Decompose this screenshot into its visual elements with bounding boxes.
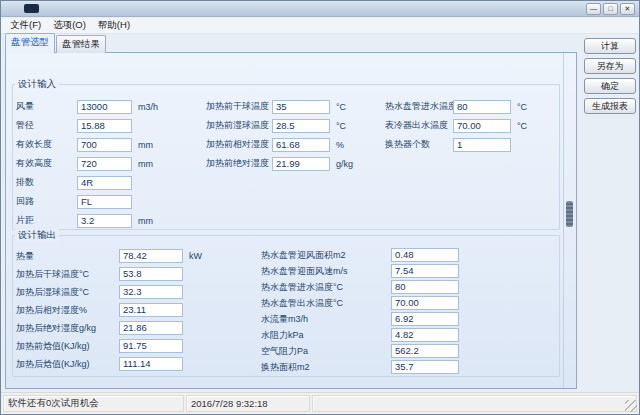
- calculate-button[interactable]: 计算: [584, 38, 636, 54]
- field-label: 加热后湿球温度°C: [16, 286, 119, 299]
- field-unit: °C: [517, 121, 527, 131]
- field-label: 水阻力kPa: [261, 329, 391, 342]
- resize-grip[interactable]: [625, 400, 637, 412]
- post-heating-enthalpy-field: 加热后焓值(KJ/kg) 111.14: [16, 355, 202, 373]
- menu-options[interactable]: 选项(O): [47, 18, 92, 33]
- field-input[interactable]: 61.68: [272, 138, 330, 152]
- field-label: 热水盘管进水温度°C: [261, 281, 391, 294]
- vertical-scrollbar[interactable]: [563, 53, 576, 388]
- field-input[interactable]: 3.2: [77, 214, 132, 228]
- menu-item-label: 文件(F): [10, 19, 41, 32]
- field-input[interactable]: 21.99: [272, 157, 330, 171]
- field-label: 管径: [16, 119, 77, 132]
- field-unit: kW: [189, 251, 202, 261]
- field-label: 片距: [16, 214, 77, 227]
- status-datetime-section: 2016/7/28 9:32:18: [186, 395, 310, 412]
- design-input-col3: 热水盘管进水温度 80 °C 表冷器出水温度 70.00 °C 换热器个数 1: [385, 97, 527, 154]
- field-label: 热水盘管进水温度: [385, 100, 453, 113]
- tab-strip: 盘管选型 盘管结果: [5, 36, 107, 53]
- heat-exchange-area-field: 换热面积m2 35.7: [261, 359, 465, 375]
- field-label: 换热器个数: [385, 138, 453, 151]
- cooler-outlet-temp-field: 表冷器出水温度 70.00 °C: [385, 116, 527, 135]
- water-flow-field: 水流量m3/h 6.92: [261, 311, 465, 327]
- field-input[interactable]: FL: [77, 195, 132, 209]
- hot-water-inlet-temp-field: 热水盘管进水温度 80 °C: [385, 97, 527, 116]
- field-unit: m3/h: [138, 102, 158, 112]
- field-output[interactable]: 23.11: [119, 303, 183, 317]
- field-label: 有效高度: [16, 157, 77, 170]
- outlet-water-temp-field: 热水盘管出水温度°C 70.00: [261, 295, 465, 311]
- field-output[interactable]: 0.48: [391, 248, 459, 262]
- field-output[interactable]: 80: [391, 280, 459, 294]
- inlet-water-temp-field: 热水盘管进水温度°C 80: [261, 279, 465, 295]
- save-as-button[interactable]: 另存为: [584, 58, 636, 74]
- minimize-button[interactable]: —: [586, 3, 601, 15]
- status-bar: 软件还有0次试用机会 2016/7/28 9:32:18: [1, 392, 639, 414]
- design-input-col2: 加热前干球温度 35 °C 加热前湿球温度 28.5 °C 加热前相对湿度 61…: [206, 97, 353, 173]
- field-unit: mm: [138, 216, 153, 226]
- field-output[interactable]: 53.8: [119, 267, 183, 281]
- menu-item-label: 选项(O): [53, 19, 86, 32]
- field-input[interactable]: 70.00: [453, 119, 511, 133]
- confirm-button[interactable]: 确定: [584, 78, 636, 94]
- field-output[interactable]: 78.42: [119, 249, 183, 263]
- side-button-label: 确定: [601, 81, 619, 91]
- field-label: 加热前干球温度: [206, 100, 272, 113]
- menu-file[interactable]: 文件(F): [4, 18, 47, 33]
- design-input-group: 设计输入 风量 13000 m3/h 管径 15.88: [12, 84, 560, 230]
- face-velocity-field: 热水盘管迎面风速m/s 7.54: [261, 263, 465, 279]
- field-unit: mm: [138, 140, 153, 150]
- field-output[interactable]: 562.2: [391, 344, 459, 358]
- field-input[interactable]: 4R: [77, 176, 132, 190]
- field-output[interactable]: 4.82: [391, 328, 459, 342]
- field-label: 加热后焓值(KJ/kg): [16, 358, 119, 371]
- field-input[interactable]: 35: [272, 100, 330, 114]
- maximize-button[interactable]: □: [603, 3, 618, 15]
- field-output[interactable]: 32.3: [119, 285, 183, 299]
- field-label: 表冷器出水温度: [385, 119, 453, 132]
- field-output[interactable]: 7.54: [391, 264, 459, 278]
- row-count-field: 排数 4R: [16, 173, 158, 192]
- window-controls: — □ ✕: [586, 3, 635, 15]
- field-label: 热水盘管迎面风速m/s: [261, 265, 391, 278]
- tab-coil-result[interactable]: 盘管结果: [56, 35, 106, 53]
- heat-exchanger-count-field: 换热器个数 1: [385, 135, 527, 154]
- field-output[interactable]: 111.14: [119, 357, 183, 371]
- close-button[interactable]: ✕: [620, 3, 635, 15]
- window-button-glyph: —: [590, 5, 597, 12]
- effective-height-field: 有效高度 720 mm: [16, 154, 158, 173]
- field-output[interactable]: 91.75: [119, 339, 183, 353]
- window-button-glyph: ✕: [625, 5, 631, 12]
- field-input[interactable]: 15.88: [77, 119, 132, 133]
- field-label: 加热后绝对湿度g/kg: [16, 322, 119, 335]
- field-unit: mm: [138, 159, 153, 169]
- field-input[interactable]: 1: [453, 138, 511, 152]
- post-heating-relative-humidity-field: 加热后相对湿度% 23.11: [16, 301, 202, 319]
- status-datetime: 2016/7/28 9:32:18: [191, 398, 268, 409]
- airflow-field: 风量 13000 m3/h: [16, 97, 158, 116]
- field-output[interactable]: 6.92: [391, 312, 459, 326]
- post-heating-dry-bulb-field: 加热后干球温度°C 53.8: [16, 265, 202, 283]
- window-button-glyph: □: [608, 5, 612, 12]
- field-input[interactable]: 80: [453, 100, 511, 114]
- field-output[interactable]: 35.7: [391, 360, 459, 374]
- field-label: 空气阻力Pa: [261, 345, 391, 358]
- field-label: 加热后相对湿度%: [16, 304, 119, 317]
- field-input[interactable]: 28.5: [272, 119, 330, 133]
- field-input[interactable]: 13000: [77, 100, 132, 114]
- field-label: 加热后干球温度°C: [16, 268, 119, 281]
- field-output[interactable]: 70.00: [391, 296, 459, 310]
- water-resistance-field: 水阻力kPa 4.82: [261, 327, 465, 343]
- field-unit: °C: [336, 121, 346, 131]
- field-output[interactable]: 21.86: [119, 321, 183, 335]
- tab-label: 盘管选型: [11, 36, 49, 47]
- field-input[interactable]: 700: [77, 138, 132, 152]
- field-input[interactable]: 720: [77, 157, 132, 171]
- pre-heating-wet-bulb-field: 加热前湿球温度 28.5 °C: [206, 116, 353, 135]
- scrollbar-thumb[interactable]: [566, 201, 573, 227]
- side-button-label: 另存为: [597, 61, 624, 71]
- tab-coil-selection[interactable]: 盘管选型: [5, 33, 55, 53]
- field-label: 水流量m3/h: [261, 313, 391, 326]
- generate-report-button[interactable]: 生成报表: [584, 98, 636, 114]
- menu-help[interactable]: 帮助(H): [92, 18, 136, 33]
